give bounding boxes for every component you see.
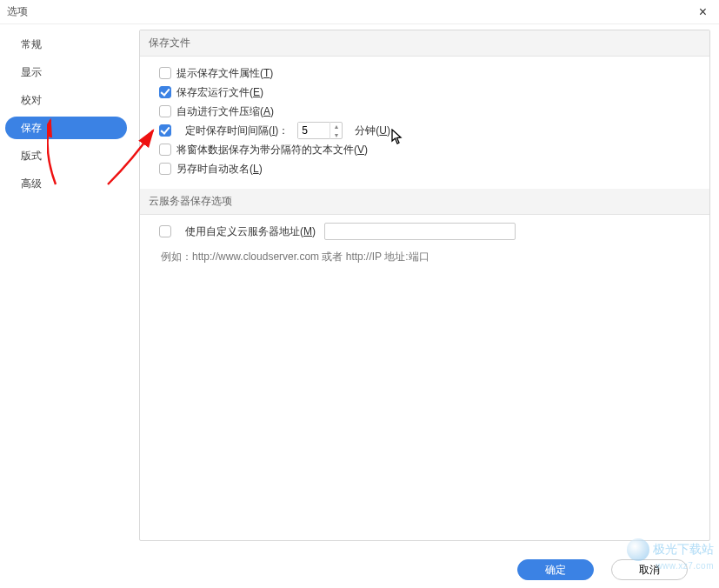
ok-button[interactable]: 确定 (517, 559, 594, 580)
section-header-cloud: 云服务器保存选项 (140, 189, 709, 215)
label-save-macro: 保存宏运行文件(E) (176, 85, 263, 100)
interval-spinner[interactable]: ▲▼ (297, 122, 343, 139)
label-custom-cloud: 使用自定义云服务器地址(M) (185, 224, 316, 239)
section-header-save: 保存文件 (140, 30, 709, 57)
cancel-button[interactable]: 取消 (611, 559, 688, 580)
sidebar-item-proof[interactable]: 校对 (5, 89, 127, 111)
sidebar-item-layout[interactable]: 版式 (5, 144, 127, 167)
spinner-down-icon[interactable]: ▼ (330, 130, 342, 139)
sidebar-item-display[interactable]: 显示 (5, 61, 127, 84)
label-auto-compress: 自动进行文件压缩(A) (176, 104, 274, 119)
checkbox-prompt-attrs[interactable] (159, 67, 171, 79)
footer: 确定 取消 (0, 551, 719, 588)
checkbox-auto-compress[interactable] (159, 105, 171, 117)
checkbox-auto-rename[interactable] (159, 163, 171, 175)
close-icon[interactable]: × (694, 3, 712, 22)
content-panel: 保存文件 提示保存文件属性(T) 保存宏运行文件(E) 自动进行文件压缩(A) … (139, 30, 710, 541)
sidebar-item-save[interactable]: 保存 (5, 117, 127, 139)
checkbox-custom-cloud[interactable] (159, 225, 171, 237)
checkbox-form-sep[interactable] (159, 144, 171, 156)
dialog-title: 选项 (7, 4, 28, 19)
sidebar-item-general[interactable]: 常规 (5, 33, 127, 56)
label-prompt-attrs: 提示保存文件属性(T) (176, 66, 273, 81)
label-form-sep: 将窗体数据保存为带分隔符的文本文件(V) (176, 143, 368, 157)
spinner-up-icon[interactable]: ▲ (330, 122, 342, 130)
label-minute-unit: 分钟(U) (355, 124, 390, 138)
sidebar: 常规 显示 校对 保存 版式 高级 (5, 30, 127, 541)
label-auto-rename: 另存时自动改名(L) (176, 162, 263, 177)
sidebar-item-advanced[interactable]: 高级 (5, 172, 127, 195)
checkbox-save-macro[interactable] (159, 86, 171, 98)
checkbox-timed-save[interactable] (159, 124, 171, 137)
interval-input[interactable] (298, 123, 330, 138)
label-timed-save: 定时保存时间间隔(I)： (185, 124, 289, 138)
cloud-url-input[interactable] (324, 223, 516, 240)
cloud-hint: 例如：http://www.cloudserver.com 或者 http://… (159, 250, 701, 264)
